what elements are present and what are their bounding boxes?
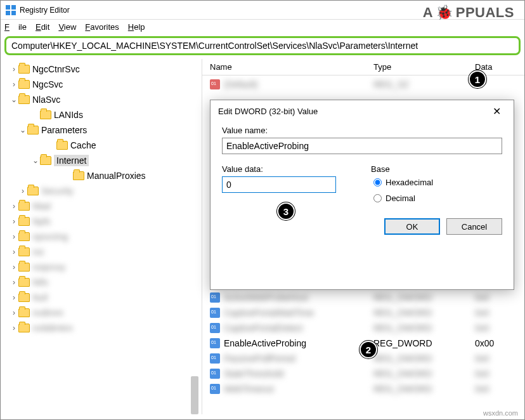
list-row-blurred[interactable]: CaptivePortalDetectREG_DWORD0x0 (202, 320, 524, 336)
expand-icon[interactable]: › (10, 65, 18, 74)
annotation-badge-3: 3 (277, 202, 295, 220)
ok-button[interactable]: OK (384, 218, 440, 235)
folder-icon (18, 95, 30, 104)
annotation-badge-1: 1 (469, 70, 486, 88)
collapse-icon[interactable]: ⌄ (18, 126, 27, 135)
value-name-label: Value name: (222, 126, 502, 135)
value-data-label: Value data: (222, 164, 353, 174)
folder-icon (18, 293, 30, 302)
dword-icon (210, 292, 220, 303)
close-icon[interactable]: ✕ (488, 104, 506, 119)
dword-icon (210, 369, 220, 379)
address-text: Computer\HKEY_LOCAL_MACHINE\SYSTEM\Curre… (11, 41, 418, 51)
list-row-blurred[interactable]: StaleThresholdREG_DWORD0x0 (202, 366, 524, 381)
tree-item-blurred[interactable]: ›nsi (1, 244, 202, 259)
list-row-blurred[interactable]: ActiveWebProbeHostREG_DWORD0x0 (202, 290, 524, 305)
folder-icon (40, 156, 51, 165)
folder-icon (18, 232, 30, 241)
tree-item-blurred[interactable]: ›Nlad (1, 199, 202, 214)
folder-icon (18, 80, 30, 89)
radio-hexadecimal[interactable]: Hexadecimal (373, 178, 502, 187)
tree-item-lanids[interactable]: LANIds (1, 107, 202, 122)
address-bar[interactable]: Computer\HKEY_LOCAL_MACHINE\SYSTEM\Curre… (4, 36, 521, 55)
tree-item-internet[interactable]: ⌄Internet (1, 153, 202, 168)
dword-icon (210, 353, 220, 364)
value-data-input[interactable] (222, 176, 336, 193)
tree-item-blurred[interactable]: ›Security (1, 183, 202, 199)
tree-item-blurred[interactable]: ›npsvctng (1, 229, 202, 244)
menu-edit[interactable]: Edit (36, 22, 49, 32)
column-data[interactable]: Data (475, 62, 524, 72)
tree-item-blurred[interactable]: ›nsiproxy (1, 259, 202, 275)
folder-icon (18, 217, 30, 226)
menu-file[interactable]: File (4, 22, 27, 32)
dword-icon (210, 338, 220, 348)
collapse-icon[interactable]: ⌄ (10, 95, 18, 104)
folder-icon (18, 65, 30, 74)
base-label: Base (371, 164, 502, 174)
dword-icon (210, 323, 220, 333)
tree-item-cache[interactable]: Cache (1, 138, 202, 153)
expand-icon[interactable]: › (10, 80, 18, 89)
folder-icon (18, 202, 30, 211)
dword-icon (210, 308, 220, 318)
tree-item-blurred[interactable]: ›nvlddmkm (1, 320, 202, 336)
window-title: Registry Editor (20, 6, 70, 15)
menu-bar: File Edit View Favorites Help (1, 20, 524, 34)
dialog-title: Edit DWORD (32-bit) Value (218, 107, 318, 116)
tree-item-ngcsvc[interactable]: ›NgcSvc (1, 77, 202, 92)
folder-icon (27, 126, 39, 135)
annotation-badge-2: 2 (360, 341, 377, 358)
column-type[interactable]: Type (373, 62, 475, 72)
bug-icon: 🐞 (436, 4, 453, 21)
folder-icon (40, 110, 51, 119)
svg-rect-3 (11, 11, 16, 15)
tree-item-blurred[interactable]: ›nvdimm (1, 305, 202, 320)
list-row-blurred[interactable]: WebTimeoutREG_DWORD0x0 (202, 381, 524, 397)
svg-rect-2 (6, 11, 10, 15)
folder-icon (18, 324, 30, 332)
tree-pane[interactable]: ›NgcCtnrSvc ›NgcSvc ⌄NlaSvc LANIds ⌄Para… (1, 59, 202, 414)
svg-rect-1 (11, 5, 16, 10)
scrollbar-thumb[interactable] (191, 376, 198, 414)
string-icon (210, 79, 220, 89)
source-watermark: wsxdn.com (483, 409, 518, 417)
radio-dec-input[interactable] (373, 194, 382, 202)
cancel-button[interactable]: Cancel (446, 218, 502, 235)
edit-dword-dialog: Edit DWORD (32-bit) Value ✕ Value name: … (210, 100, 514, 290)
folder-icon (27, 187, 39, 195)
folder-icon (18, 263, 30, 272)
tree-item-blurred[interactable]: ›Ntfs (1, 275, 202, 290)
tree-item-ngcctnrsvc[interactable]: ›NgcCtnrSvc (1, 62, 202, 77)
tree-item-manualproxies[interactable]: ManualProxies (1, 168, 202, 183)
regedit-icon (6, 5, 16, 15)
value-name-input[interactable] (222, 138, 502, 154)
collapse-icon[interactable]: ⌄ (31, 156, 40, 165)
watermark-logo: A🐞PPUALS (423, 4, 514, 21)
svg-rect-0 (6, 5, 10, 10)
tree-item-parameters[interactable]: ⌄Parameters (1, 122, 202, 138)
radio-decimal[interactable]: Decimal (373, 194, 502, 203)
radio-hex-input[interactable] (373, 178, 382, 187)
dword-icon (210, 384, 220, 394)
tree-item-nlasvc[interactable]: ⌄NlaSvc (1, 92, 202, 107)
folder-icon (73, 171, 84, 180)
folder-icon (18, 247, 30, 256)
tree-item-blurred[interactable]: ›Npfs (1, 214, 202, 229)
folder-icon (56, 141, 68, 150)
folder-icon (18, 278, 30, 287)
tree-item-blurred[interactable]: ›Null (1, 290, 202, 305)
menu-view[interactable]: View (58, 22, 76, 32)
folder-icon (18, 308, 30, 317)
menu-help[interactable]: Help (128, 22, 145, 32)
list-row-blurred[interactable]: CaptivePortalWaitTimeREG_DWORD0x0 (202, 305, 524, 320)
menu-favorites[interactable]: Favorites (85, 22, 119, 32)
column-name[interactable]: Name (202, 62, 373, 72)
